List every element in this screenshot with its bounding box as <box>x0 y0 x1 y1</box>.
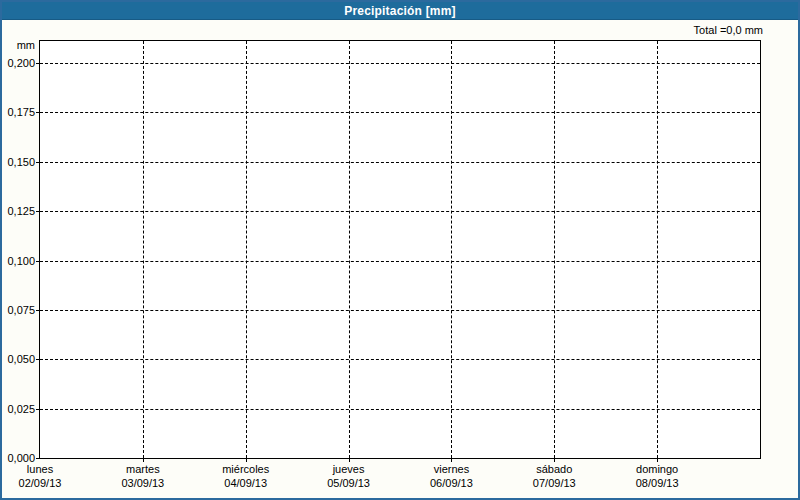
y-tick-label: 0,050 <box>2 353 35 365</box>
y-gridline <box>40 409 760 410</box>
x-label-date: 05/09/13 <box>294 476 404 490</box>
y-gridline <box>40 63 760 64</box>
x-gridline <box>554 41 555 458</box>
y-gridline <box>40 211 760 212</box>
y-tick-label: 0,175 <box>2 106 35 118</box>
y-gridline <box>40 112 760 113</box>
x-gridline <box>657 41 658 458</box>
x-axis-label: martes03/09/13 <box>88 462 198 490</box>
x-label-date: 03/09/13 <box>88 476 198 490</box>
y-tick-label: 0,150 <box>2 156 35 168</box>
x-label-day: martes <box>88 462 198 476</box>
y-gridline <box>40 162 760 163</box>
y-axis-tick <box>36 211 40 212</box>
x-label-day: viernes <box>396 462 506 476</box>
y-gridline <box>40 310 760 311</box>
x-gridline <box>451 41 452 458</box>
y-tick-label: 0,100 <box>2 255 35 267</box>
y-axis-tick <box>36 261 40 262</box>
x-axis-label: domingo08/09/13 <box>602 462 712 490</box>
chart-titlebar: Precipitación [mm] <box>2 2 798 20</box>
y-axis-tick <box>36 162 40 163</box>
x-label-day: miércoles <box>191 462 301 476</box>
x-label-date: 04/09/13 <box>191 476 301 490</box>
x-gridline <box>143 41 144 458</box>
y-axis-tick <box>36 458 40 459</box>
y-tick-label: 0,025 <box>2 403 35 415</box>
y-axis-unit-label: mm <box>2 39 35 51</box>
x-gridline <box>349 41 350 458</box>
y-axis-tick <box>36 310 40 311</box>
x-axis-label: miércoles04/09/13 <box>191 462 301 490</box>
y-gridline <box>40 261 760 262</box>
x-axis-label: jueves05/09/13 <box>294 462 404 490</box>
chart-title: Precipitación [mm] <box>344 4 456 18</box>
x-axis-label: sábado07/09/13 <box>499 462 609 490</box>
x-label-day: lunes <box>0 462 95 476</box>
plot-area <box>39 40 761 459</box>
x-gridline <box>246 41 247 458</box>
chart-window: Precipitación [mm] Total =0,0 mm mm 0,00… <box>0 0 800 500</box>
y-axis-tick <box>36 63 40 64</box>
x-label-date: 07/09/13 <box>499 476 609 490</box>
y-gridline <box>40 359 760 360</box>
x-axis-label: lunes02/09/13 <box>0 462 95 490</box>
y-tick-label: 0,075 <box>2 304 35 316</box>
x-label-day: sábado <box>499 462 609 476</box>
x-label-day: jueves <box>294 462 404 476</box>
y-axis-tick <box>36 409 40 410</box>
y-axis-tick <box>36 359 40 360</box>
x-label-date: 06/09/13 <box>396 476 506 490</box>
x-label-day: domingo <box>602 462 712 476</box>
y-tick-label: 0,200 <box>2 57 35 69</box>
y-axis-tick <box>36 112 40 113</box>
y-tick-label: 0,125 <box>2 205 35 217</box>
x-label-date: 02/09/13 <box>0 476 95 490</box>
total-value-label: Total =0,0 mm <box>694 24 763 36</box>
x-axis-label: viernes06/09/13 <box>396 462 506 490</box>
x-label-date: 08/09/13 <box>602 476 712 490</box>
